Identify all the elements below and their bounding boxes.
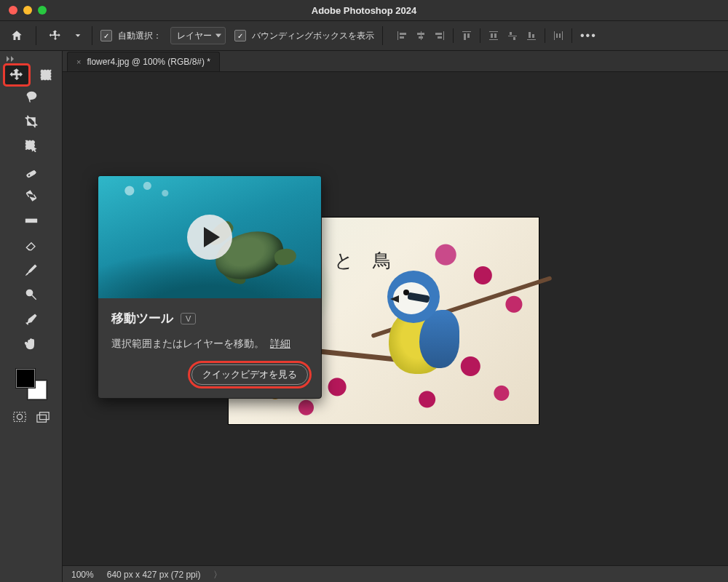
rectangular-marquee-tool[interactable] [33, 64, 59, 86]
lasso-tool[interactable] [18, 86, 44, 108]
home-button[interactable] [6, 25, 28, 47]
document-tab-label: flower4.jpg @ 100% (RGB/8#) * [87, 57, 210, 67]
dodge-tool[interactable] [18, 284, 44, 306]
auto-select-target-dropdown[interactable]: レイヤー [170, 27, 226, 44]
more-options-button[interactable]: ••• [577, 29, 600, 42]
divider [571, 28, 572, 43]
close-window-button[interactable] [9, 6, 17, 15]
tooltip-video-thumbnail[interactable] [98, 176, 321, 298]
distribute-vcenter-button[interactable] [505, 28, 521, 44]
status-bar: 100% 640 px x 427 px (72 ppi) 〉 [63, 565, 728, 582]
tooltip-title: 移動ツール [111, 310, 173, 327]
gradient-tool[interactable] [18, 210, 44, 231]
divider [545, 28, 545, 43]
object-selection-tool[interactable] [18, 135, 44, 157]
brush-tool[interactable] [18, 259, 44, 281]
screen-mode-button[interactable] [35, 410, 51, 423]
divider [92, 26, 92, 45]
window-titlebar: Adobe Photoshop 2024 [0, 0, 728, 21]
quick-mask-button[interactable] [12, 410, 28, 423]
color-swatches[interactable] [15, 368, 47, 400]
auto-select-label: 自動選択： [118, 30, 162, 42]
svg-point-5 [26, 290, 32, 295]
status-menu-chevron-icon[interactable]: 〉 [213, 569, 222, 581]
align-buttons-group: ••• [394, 28, 600, 44]
move-tool[interactable] [4, 64, 30, 86]
eraser-tool[interactable] [18, 234, 44, 256]
document-area: × flower4.jpg @ 100% (RGB/8#) * 花 と 鳥 [63, 51, 728, 582]
zoom-window-button[interactable] [38, 6, 47, 15]
divider [480, 28, 480, 43]
svg-point-6 [29, 320, 31, 322]
document-dimensions[interactable]: 640 px x 427 px (72 ppi) [107, 570, 201, 580]
tool-preset-dropdown[interactable] [72, 25, 84, 47]
align-right-button[interactable] [432, 28, 448, 44]
foreground-color-swatch[interactable] [15, 368, 36, 388]
options-bar: 自動選択： レイヤー バウンディングボックスを表示 ••• [0, 21, 728, 51]
divider [382, 26, 383, 45]
decoration [367, 258, 469, 381]
svg-point-8 [17, 414, 22, 419]
toolbox-collapse-toggle[interactable] [0, 54, 62, 64]
divider [36, 26, 36, 45]
play-icon[interactable] [187, 215, 232, 260]
crop-tool[interactable] [18, 111, 44, 132]
show-bbox-label: バウンディングボックスを表示 [252, 30, 374, 42]
svg-rect-0 [41, 70, 50, 79]
canvas[interactable]: 花 と 鳥 移動ツール V 選択範囲またはレイ [63, 72, 728, 565]
pen-tool[interactable] [18, 308, 44, 330]
tooltip-watch-video-button[interactable]: クイックビデオを見る [191, 364, 308, 385]
svg-rect-7 [13, 412, 25, 422]
divider [453, 28, 454, 43]
svg-rect-4 [25, 219, 36, 222]
align-left-button[interactable] [394, 28, 410, 44]
svg-rect-2 [25, 170, 36, 178]
minimize-window-button[interactable] [23, 6, 32, 15]
auto-select-checkbox[interactable] [100, 30, 112, 41]
distribute-bottom-button[interactable] [523, 28, 539, 44]
move-tool-icon[interactable] [44, 25, 66, 47]
auto-select-target-value: レイヤー [177, 30, 212, 42]
content-aware-move-tool[interactable] [18, 185, 44, 207]
hand-tool[interactable] [18, 333, 44, 355]
window-controls [0, 6, 47, 15]
tooltip-shortcut-key: V [181, 313, 196, 324]
spot-healing-brush-tool[interactable] [18, 160, 44, 182]
toolbox-panel [0, 51, 63, 582]
tooltip-learn-more-link[interactable]: 詳細 [267, 338, 293, 349]
distribute-top-button[interactable] [486, 28, 502, 44]
align-top-button[interactable] [459, 28, 475, 44]
svg-rect-10 [36, 415, 46, 422]
show-bbox-checkbox[interactable] [234, 30, 246, 41]
tooltip-description: 選択範囲またはレイヤーを移動。 [111, 338, 264, 349]
document-tab-bar: × flower4.jpg @ 100% (RGB/8#) * [63, 51, 728, 72]
close-tab-button[interactable]: × [76, 57, 81, 66]
tool-tooltip: 移動ツール V 選択範囲またはレイヤーを移動。 詳細 クイックビデオを見る [98, 175, 322, 399]
zoom-level[interactable]: 100% [71, 570, 94, 580]
distribute-hspacing-button[interactable] [550, 28, 566, 44]
document-tab[interactable]: × flower4.jpg @ 100% (RGB/8#) * [67, 52, 220, 71]
app-title: Adobe Photoshop 2024 [0, 5, 728, 16]
align-hcenter-button[interactable] [413, 28, 429, 44]
svg-rect-9 [39, 412, 49, 420]
